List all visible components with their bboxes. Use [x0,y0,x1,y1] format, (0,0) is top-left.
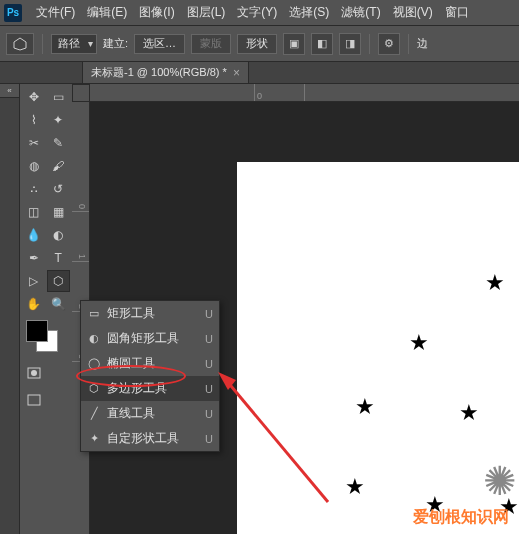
flyout-line[interactable]: ╱ 直线工具 U [81,401,219,426]
mask-button[interactable]: 蒙版 [191,34,231,54]
wand-tool-icon[interactable]: ✦ [47,109,71,131]
flyout-polygon[interactable]: ⬡ 多边形工具 U [81,376,219,401]
eraser-tool-icon[interactable]: ◫ [22,201,46,223]
document-tab-bar: 未标题-1 @ 100%(RGB/8) * × [0,62,519,84]
zoom-tool-icon[interactable]: 🔍 [47,293,71,315]
path-select-tool-icon[interactable]: ▷ [22,270,46,292]
svg-marker-0 [14,38,26,50]
flyout-label: 直线工具 [107,405,199,422]
star-shape: ★ [345,474,365,500]
stamp-tool-icon[interactable]: ⛬ [22,178,46,200]
document-tab[interactable]: 未标题-1 @ 100%(RGB/8) * × [82,61,249,83]
flyout-label: 自定形状工具 [107,430,199,447]
ruler-tick: 1 [72,212,89,262]
menu-bar: Ps 文件(F) 编辑(E) 图像(I) 图层(L) 文字(Y) 选择(S) 滤… [0,0,519,26]
quickmask-icon[interactable] [22,363,46,383]
flyout-ellipse[interactable]: ◯ 椭圆工具 U [81,351,219,376]
star-shape: ★ [485,270,505,296]
ruler-tick [90,84,255,101]
gradient-tool-icon[interactable]: ▦ [47,201,71,223]
blur-tool-icon[interactable]: 💧 [22,224,46,246]
canvas[interactable]: ★★★★★★★★★ [237,162,519,534]
flyout-shortcut: U [205,333,213,345]
flyout-roundrect[interactable]: ◐ 圆角矩形工具 U [81,326,219,351]
menu-image[interactable]: 图像(I) [133,4,180,21]
options-bar: 路径 建立: 选区… 蒙版 形状 ▣ ◧ ◨ ⚙ 边 [0,26,519,62]
color-swatch[interactable] [22,316,70,356]
hand-tool-icon[interactable]: ✋ [22,293,46,315]
shape-tool-flyout: ▭ 矩形工具 U ◐ 圆角矩形工具 U ◯ 椭圆工具 U ⬡ 多边形工具 U ╱… [80,300,220,452]
flyout-label: 圆角矩形工具 [107,330,199,347]
flyout-shortcut: U [205,358,213,370]
watermark-text: 爱刨根知识网 [413,507,509,528]
svg-point-2 [31,370,37,376]
workspace: « ✥ ▭ ⌇ ✦ ✂ ✎ ◍ 🖌 ⛬ ↺ ◫ ▦ 💧 ◐ [0,84,519,534]
roundrect-icon: ◐ [87,332,101,345]
star-shape: ★ [355,394,375,420]
menu-file[interactable]: 文件(F) [30,4,81,21]
screenmode-icon[interactable] [22,390,46,410]
flyout-label: 矩形工具 [107,305,199,322]
crop-tool-icon[interactable]: ✂ [22,132,46,154]
shape-button[interactable]: 形状 [237,34,277,54]
shape-tool-icon[interactable]: ⬡ [47,270,71,292]
document-tab-title: 未标题-1 @ 100%(RGB/8) * [91,65,227,80]
menu-select[interactable]: 选择(S) [283,4,335,21]
star-shape: ★ [409,330,429,356]
flyout-shortcut: U [205,408,213,420]
tool-preset-icon[interactable] [6,33,34,55]
history-brush-icon[interactable]: ↺ [47,178,71,200]
foreground-color-swatch[interactable] [26,320,48,342]
path-op1-icon[interactable]: ▣ [283,33,305,55]
settings-icon[interactable]: ⚙ [378,33,400,55]
toolbox: ✥ ▭ ⌇ ✦ ✂ ✎ ◍ 🖌 ⛬ ↺ ◫ ▦ 💧 ◐ ✒ T [20,84,72,534]
app-logo: Ps [4,4,22,22]
flyout-shortcut: U [205,308,213,320]
path-op2-icon[interactable]: ◧ [311,33,333,55]
flyout-label: 多边形工具 [107,380,199,397]
dodge-tool-icon[interactable]: ◐ [47,224,71,246]
build-label: 建立: [103,36,128,51]
pen-tool-icon[interactable]: ✒ [22,247,46,269]
ruler-tick: 0 [72,162,89,212]
flyout-shortcut: U [205,433,213,445]
collapse-icon[interactable]: « [0,84,19,98]
menu-layer[interactable]: 图层(L) [181,4,232,21]
marquee-tool-icon[interactable]: ▭ [47,86,71,108]
mode-dropdown[interactable]: 路径 [51,34,97,54]
flyout-shortcut: U [205,383,213,395]
menu-edit[interactable]: 编辑(E) [81,4,133,21]
line-icon: ╱ [87,407,101,420]
selection-button[interactable]: 选区… [134,34,185,54]
star-shape: ★ [459,400,479,426]
lasso-tool-icon[interactable]: ⌇ [22,109,46,131]
brush-tool-icon[interactable]: 🖌 [47,155,71,177]
move-tool-icon[interactable]: ✥ [22,86,46,108]
eyedropper-tool-icon[interactable]: ✎ [47,132,71,154]
heal-tool-icon[interactable]: ◍ [22,155,46,177]
edge-label: 边 [417,36,428,51]
path-op3-icon[interactable]: ◨ [339,33,361,55]
ruler-tick: 0 [255,84,305,101]
divider [408,34,409,54]
type-tool-icon[interactable]: T [47,247,71,269]
customshape-icon: ✦ [87,432,101,445]
ellipse-icon: ◯ [87,357,101,370]
mode-value: 路径 [58,36,80,51]
ruler-horizontal[interactable]: 0 [90,84,519,102]
flyout-customshape[interactable]: ✦ 自定形状工具 U [81,426,219,451]
ruler-corner [72,84,90,102]
menu-filter[interactable]: 滤镜(T) [335,4,386,21]
decorative-star-icon: ✺ [483,458,517,504]
menu-view[interactable]: 视图(V) [387,4,439,21]
rect-icon: ▭ [87,307,101,320]
close-icon[interactable]: × [233,66,240,80]
menu-type[interactable]: 文字(Y) [231,4,283,21]
flyout-rect[interactable]: ▭ 矩形工具 U [81,301,219,326]
polygon-icon: ⬡ [87,382,101,395]
menu-window[interactable]: 窗口 [439,4,475,21]
panel-strip: « [0,84,20,534]
svg-rect-3 [28,395,40,405]
divider [369,34,370,54]
app-logo-text: Ps [7,7,19,18]
